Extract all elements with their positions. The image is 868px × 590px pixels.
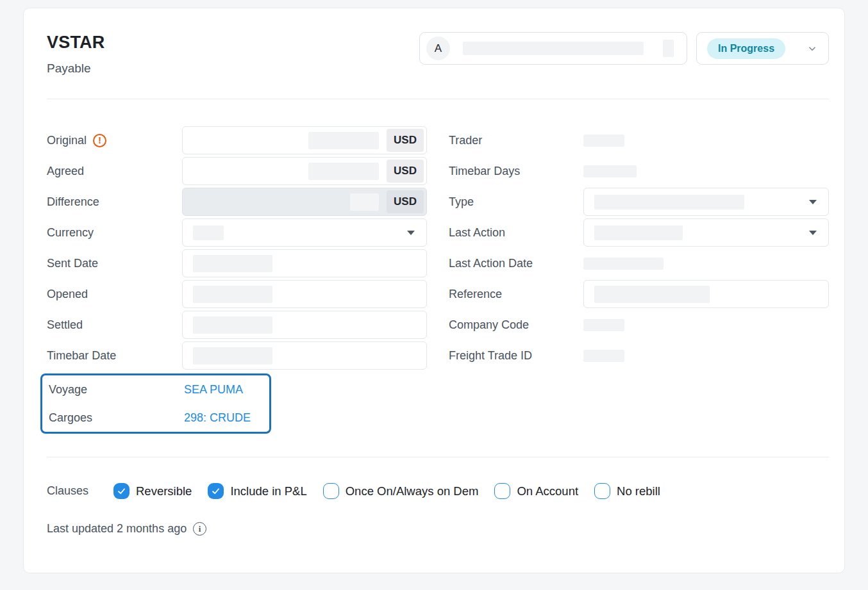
title-block: VSTAR Payable bbox=[47, 33, 105, 76]
redacted-value bbox=[583, 258, 664, 270]
type-label: Type bbox=[449, 195, 583, 209]
chevron-down-icon bbox=[806, 43, 818, 54]
last-action-date-label: Last Action Date bbox=[449, 257, 583, 270]
field-row-timebar-date: Timebar Date bbox=[47, 341, 427, 370]
clauses-row: Clauses Reversible Include in P&L Once O… bbox=[47, 483, 821, 499]
currency-suffix: USD bbox=[387, 129, 424, 152]
checkbox-unchecked-icon[interactable] bbox=[494, 483, 510, 499]
timebar-date-input[interactable] bbox=[182, 341, 427, 370]
timebar-days-label: Timebar Days bbox=[449, 165, 583, 178]
footer-row: Last updated 2 months ago i bbox=[47, 522, 829, 536]
company-code-label: Company Code bbox=[449, 318, 583, 332]
checkbox-unchecked-icon[interactable] bbox=[594, 483, 610, 499]
original-input[interactable]: USD bbox=[182, 126, 427, 154]
field-row-trader: Trader bbox=[449, 126, 829, 154]
clause-on-account[interactable]: On Account bbox=[494, 483, 578, 499]
clause-once-on-always-on-dem[interactable]: Once On/Always on Dem bbox=[323, 483, 479, 499]
currency-suffix: USD bbox=[387, 190, 424, 213]
avatar: A bbox=[426, 37, 450, 60]
currency-select[interactable] bbox=[182, 218, 427, 247]
card-header: VSTAR Payable A In Progress bbox=[47, 33, 829, 76]
redacted-value bbox=[193, 225, 224, 240]
difference-label: Difference bbox=[47, 195, 182, 209]
header-actions: A In Progress bbox=[419, 32, 829, 65]
clause-label: Once On/Always on Dem bbox=[346, 484, 479, 498]
clauses-divider bbox=[47, 457, 829, 457]
checkbox-unchecked-icon[interactable] bbox=[323, 483, 339, 499]
field-row-type: Type bbox=[449, 188, 829, 216]
cargoes-link[interactable]: 298: CRUDE bbox=[184, 411, 251, 425]
field-row-currency: Currency bbox=[47, 218, 427, 247]
field-row-reference: Reference bbox=[449, 280, 829, 308]
clause-no-rebill[interactable]: No rebill bbox=[594, 483, 660, 499]
last-action-label: Last Action bbox=[449, 226, 583, 240]
reference-label: Reference bbox=[449, 288, 583, 301]
clauses-label: Clauses bbox=[47, 484, 113, 498]
caret-down-icon bbox=[809, 231, 817, 235]
redacted-value bbox=[193, 286, 272, 303]
last-action-select[interactable] bbox=[583, 218, 829, 247]
agreed-input[interactable]: USD bbox=[182, 157, 427, 185]
info-icon[interactable]: i bbox=[193, 522, 206, 536]
reference-input[interactable] bbox=[583, 280, 829, 308]
form-grid: Original ! USD Agreed USD Difference bbox=[47, 126, 829, 434]
caret-down-icon bbox=[809, 200, 817, 204]
cargoes-label: Cargoes bbox=[49, 411, 184, 425]
opened-label: Opened bbox=[47, 288, 182, 301]
field-row-last-action: Last Action bbox=[449, 218, 829, 247]
form-column-left: Original ! USD Agreed USD Difference bbox=[47, 126, 427, 434]
redacted-assignee-control bbox=[663, 40, 674, 57]
sent-date-label: Sent Date bbox=[47, 257, 182, 270]
redacted-value bbox=[583, 165, 637, 177]
field-row-sent-date: Sent Date bbox=[47, 249, 427, 277]
redacted-value bbox=[193, 255, 272, 272]
settled-input[interactable] bbox=[182, 311, 427, 339]
clause-label: Reversible bbox=[136, 484, 192, 498]
clause-include-in-pl[interactable]: Include in P&L bbox=[208, 483, 306, 499]
payable-card: VSTAR Payable A In Progress Original ! bbox=[23, 8, 845, 573]
status-badge: In Progress bbox=[707, 38, 785, 59]
checkbox-checked-icon[interactable] bbox=[113, 483, 129, 499]
redacted-value bbox=[308, 163, 379, 180]
redacted-value bbox=[350, 193, 379, 211]
redacted-value bbox=[594, 195, 744, 209]
page-subtitle: Payable bbox=[47, 61, 105, 76]
page-title: VSTAR bbox=[47, 33, 105, 53]
difference-input: USD bbox=[182, 188, 427, 216]
assignee-selector[interactable]: A bbox=[419, 32, 687, 65]
field-row-opened: Opened bbox=[47, 280, 427, 308]
redacted-value bbox=[594, 286, 710, 303]
currency-label: Currency bbox=[47, 226, 182, 240]
original-label: Original bbox=[47, 134, 87, 147]
form-column-right: Trader Timebar Days Type Last Action bbox=[449, 126, 829, 434]
field-row-cargoes: Cargoes 298: CRUDE bbox=[49, 405, 269, 430]
voyage-link[interactable]: SEA PUMA bbox=[184, 383, 243, 397]
opened-input[interactable] bbox=[182, 280, 427, 308]
header-divider bbox=[47, 99, 829, 99]
voyage-cargoes-highlight: Voyage SEA PUMA Cargoes 298: CRUDE bbox=[40, 373, 271, 434]
redacted-value bbox=[583, 319, 624, 331]
redacted-value bbox=[308, 132, 379, 149]
freight-trade-id-label: Freight Trade ID bbox=[449, 349, 583, 363]
redacted-value bbox=[583, 350, 624, 362]
clause-reversible[interactable]: Reversible bbox=[113, 483, 192, 499]
field-row-settled: Settled bbox=[47, 311, 427, 339]
field-row-company-code: Company Code bbox=[449, 311, 829, 339]
field-row-agreed: Agreed USD bbox=[47, 157, 427, 185]
caret-down-icon bbox=[407, 231, 415, 235]
clause-label: No rebill bbox=[617, 484, 660, 498]
redacted-value bbox=[583, 135, 624, 147]
field-row-difference: Difference USD bbox=[47, 188, 427, 216]
trader-label: Trader bbox=[449, 134, 583, 147]
voyage-label: Voyage bbox=[49, 383, 184, 397]
type-select[interactable] bbox=[583, 188, 829, 216]
checkbox-checked-icon[interactable] bbox=[208, 483, 224, 499]
field-row-last-action-date: Last Action Date bbox=[449, 249, 829, 277]
clause-label: On Account bbox=[517, 484, 578, 498]
sent-date-input[interactable] bbox=[182, 249, 427, 277]
status-dropdown[interactable]: In Progress bbox=[696, 32, 829, 65]
clause-label: Include in P&L bbox=[230, 484, 306, 498]
redacted-value bbox=[193, 347, 272, 365]
warning-icon: ! bbox=[93, 134, 106, 147]
field-row-timebar-days: Timebar Days bbox=[449, 157, 829, 185]
